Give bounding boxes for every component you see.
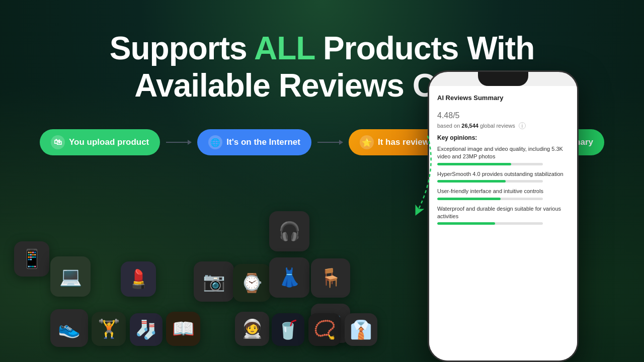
phone-header: AI Reviews Summary [437,94,569,102]
phone-notch [478,72,528,86]
product-soda: 🥤 [272,313,304,346]
phone-based: based on 26,544 global reviews i [437,122,569,129]
review-count: 26,544 [461,123,478,129]
opinion-1: Exceptional image and video quality, inc… [437,145,569,165]
product-dumbbell: 🏋️ [92,312,126,346]
info-icon: i [519,122,526,129]
phone-mockup: AI Reviews Summary 4.48/5 based on 26,54… [428,70,579,362]
step-internet-label: It's on the Internet [226,137,300,147]
arrow-2 [317,142,343,143]
product-socks: 🧦 [130,313,163,346]
key-opinions-label: Key opinions: [437,134,569,141]
opinion-2-bar [437,180,543,183]
product-dress: 👗 [269,257,309,298]
opinion-4: Waterproof and durable design suitable f… [437,205,569,225]
opinion-3-bar [437,198,543,200]
rating-max: /5 [453,111,459,120]
opinion-1-text: Exceptional image and video quality, inc… [437,145,569,161]
step-internet: 🌐 It's on the Internet [197,129,311,155]
upload-icon: 🛍 [51,135,65,149]
step-upload: 🛍 You upload product [40,129,160,155]
phone-rating-row: 4.48/5 [437,104,569,122]
arrow-1 [166,142,191,143]
product-headphones: 🎧 [269,211,309,251]
main-container: Supports ALL Products With Available Rev… [0,0,644,362]
product-phone: 📱 [14,241,49,277]
opinion-2-text: HyperSmooth 4.0 provides outstanding sta… [437,170,569,178]
products-area: 📱 💻 💄 📷 ⌚ 🎧 👗 🪑 🧊 👟 🏋️ 🧦 📖 🧑‍🚀 🥤 📿 👔 AI … [0,191,644,362]
phone-screen: AI Reviews Summary 4.48/5 based on 26,54… [429,86,577,360]
product-makeup: 💄 [121,261,156,297]
product-watch: ⌚ [233,264,271,302]
product-camera: 📷 [194,261,234,302]
opinion-2: HyperSmooth 4.0 provides outstanding sta… [437,170,569,183]
product-jewelry: 📿 [308,313,341,346]
product-shirt: 👔 [345,313,377,346]
product-astronaut: 🧑‍🚀 [235,312,269,346]
dotted-arrow [347,131,448,231]
rating-value: 4.48 [437,111,453,120]
product-sneaker: 👟 [50,309,88,347]
opinion-3-text: User-friendly interface and intuitive co… [437,188,569,195]
opinion-4-text: Waterproof and durable design suitable f… [437,205,569,221]
opinion-4-bar [437,222,543,225]
step-upload-label: You upload product [69,137,149,147]
opinion-1-fill [437,163,511,165]
phone-rating: 4.48/5 [437,104,459,122]
product-laptop: 💻 [50,256,91,297]
product-book: 📖 [166,312,200,346]
internet-icon: 🌐 [208,135,222,149]
product-chair: 🪑 [311,258,350,298]
title-highlight: ALL [254,30,314,66]
opinion-1-bar [437,163,543,165]
opinion-3: User-friendly interface and intuitive co… [437,188,569,200]
title-line1: Supports ALL Products With [110,30,535,66]
